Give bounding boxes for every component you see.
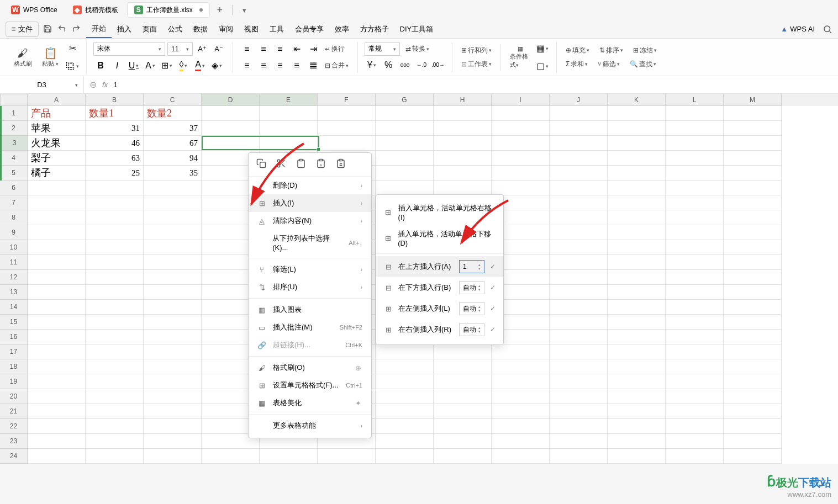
cell-B20[interactable] bbox=[86, 389, 144, 404]
cell-K6[interactable] bbox=[608, 181, 666, 195]
cell-B22[interactable] bbox=[86, 419, 144, 434]
menu-tools[interactable]: 工具 bbox=[264, 21, 289, 38]
row-header-22[interactable]: 22 bbox=[0, 419, 28, 434]
sub-insert-row-above[interactable]: ⊟ 在上方插入行(A) 1▴▾ ✓ bbox=[376, 256, 503, 277]
cell-M10[interactable] bbox=[724, 240, 782, 255]
col-header-F[interactable]: F bbox=[318, 94, 376, 106]
row-header-21[interactable]: 21 bbox=[0, 404, 28, 419]
row-header-1[interactable]: 1 bbox=[0, 106, 28, 121]
cell-C2[interactable]: 37 bbox=[144, 121, 202, 136]
row-header-23[interactable]: 23 bbox=[0, 434, 28, 449]
merge-button[interactable]: ⊟合并▾ bbox=[323, 60, 351, 71]
cell-L7[interactable] bbox=[666, 195, 724, 210]
decrease-font-icon[interactable]: A⁻ bbox=[212, 42, 226, 56]
cell-C6[interactable] bbox=[144, 181, 202, 195]
cell-I22[interactable] bbox=[492, 419, 550, 434]
redo-icon[interactable] bbox=[72, 24, 82, 34]
col-header-K[interactable]: K bbox=[608, 94, 666, 106]
cell-M17[interactable] bbox=[724, 344, 782, 359]
italic-icon[interactable]: I bbox=[110, 59, 124, 73]
cell-I6[interactable] bbox=[492, 181, 550, 195]
cell-C10[interactable] bbox=[144, 240, 202, 255]
row-header-16[interactable]: 16 bbox=[0, 330, 28, 344]
cell-C21[interactable] bbox=[144, 404, 202, 419]
cell-J6[interactable] bbox=[550, 181, 608, 195]
strikethrough-icon[interactable]: A▾ bbox=[143, 59, 157, 73]
cell-H4[interactable] bbox=[434, 151, 492, 166]
ctx-format-painter[interactable]: 🖌格式刷(O) ⊕ bbox=[249, 359, 371, 376]
cell-K10[interactable] bbox=[608, 240, 666, 255]
cell-I21[interactable] bbox=[492, 404, 550, 419]
number-format-select[interactable]: 常规▾ bbox=[365, 43, 400, 56]
cell-A11[interactable] bbox=[28, 255, 86, 270]
cell-K15[interactable] bbox=[608, 315, 666, 330]
cell-B13[interactable] bbox=[86, 285, 144, 300]
bold-icon[interactable]: B bbox=[93, 59, 108, 73]
cell-J19[interactable] bbox=[550, 374, 608, 389]
check-icon[interactable]: ✓ bbox=[490, 305, 496, 312]
cell-E1[interactable] bbox=[260, 106, 318, 121]
ctx-dropdown-select[interactable]: 从下拉列表中选择(K)... Alt+↓ bbox=[249, 230, 371, 256]
cell-H24[interactable] bbox=[434, 449, 492, 464]
row-header-19[interactable]: 19 bbox=[0, 374, 28, 389]
cond-format-button[interactable]: ▦ 条件格式▾ bbox=[508, 42, 533, 73]
cell-B6[interactable] bbox=[86, 181, 144, 195]
freeze-button[interactable]: ⊞冻结▾ bbox=[631, 45, 659, 56]
cell-M15[interactable] bbox=[724, 315, 782, 330]
cell-style-icon[interactable]: ▢▾ bbox=[535, 59, 550, 73]
cell-G4[interactable] bbox=[376, 151, 434, 166]
cell-M16[interactable] bbox=[724, 330, 782, 344]
cell-L6[interactable] bbox=[666, 181, 724, 195]
copy-icon[interactable]: ⿻▾ bbox=[65, 59, 80, 73]
col-header-B[interactable]: B bbox=[86, 94, 144, 106]
cell-C12[interactable] bbox=[144, 270, 202, 285]
cell-M7[interactable] bbox=[724, 195, 782, 210]
cell-I20[interactable] bbox=[492, 389, 550, 404]
cell-A23[interactable] bbox=[28, 434, 86, 449]
menu-diy[interactable]: DIY工具箱 bbox=[394, 21, 439, 38]
ctx-more[interactable]: 更多表格功能 › bbox=[249, 417, 371, 434]
tab-list-button[interactable]: ▾ bbox=[237, 2, 252, 18]
cell-C18[interactable] bbox=[144, 359, 202, 374]
cell-K1[interactable] bbox=[608, 106, 666, 121]
cell-I2[interactable] bbox=[492, 121, 550, 136]
cell-I23[interactable] bbox=[492, 434, 550, 449]
fill-button[interactable]: ⊕填充▾ bbox=[563, 45, 592, 56]
menu-home[interactable]: 开始 bbox=[86, 20, 112, 38]
format-painter-button[interactable]: 🖌 格式刷 bbox=[10, 42, 35, 73]
clear-format-icon[interactable]: ◈▾ bbox=[209, 59, 224, 73]
wps-ai-button[interactable]: ▲ WPS AI bbox=[781, 25, 815, 33]
cell-A12[interactable] bbox=[28, 270, 86, 285]
justify-icon[interactable]: ≡ bbox=[289, 59, 304, 73]
cell-B21[interactable] bbox=[86, 404, 144, 419]
font-color-icon[interactable]: A▾ bbox=[193, 59, 207, 73]
paste-values-icon[interactable] bbox=[336, 158, 348, 171]
cancel-icon[interactable]: ⊖ bbox=[89, 79, 97, 90]
cell-J7[interactable] bbox=[550, 195, 608, 210]
indent-left-icon[interactable]: ⇤ bbox=[289, 42, 304, 56]
cell-A20[interactable] bbox=[28, 389, 86, 404]
cell-J24[interactable] bbox=[550, 449, 608, 464]
row-header-18[interactable]: 18 bbox=[0, 359, 28, 374]
rows-cols-button[interactable]: ⊞行和列▾ bbox=[459, 45, 494, 56]
cell-C23[interactable] bbox=[144, 434, 202, 449]
tab-wps-office[interactable]: W WPS Office bbox=[4, 2, 64, 18]
cell-M24[interactable] bbox=[724, 449, 782, 464]
cell-H6[interactable] bbox=[434, 181, 492, 195]
cell-K3[interactable] bbox=[608, 136, 666, 151]
col-header-H[interactable]: H bbox=[434, 94, 492, 106]
cell-C13[interactable] bbox=[144, 285, 202, 300]
menu-review[interactable]: 审阅 bbox=[213, 21, 239, 38]
cell-A13[interactable] bbox=[28, 285, 86, 300]
sub-insert-row-below[interactable]: ⊟ 在下方插入行(B) 自动▴▾ ✓ bbox=[376, 277, 503, 298]
cell-M14[interactable] bbox=[724, 300, 782, 315]
cell-J12[interactable] bbox=[550, 270, 608, 285]
select-all-corner[interactable] bbox=[0, 94, 28, 106]
cell-K11[interactable] bbox=[608, 255, 666, 270]
cell-G3[interactable] bbox=[376, 136, 434, 151]
cell-C9[interactable] bbox=[144, 225, 202, 240]
cell-B23[interactable] bbox=[86, 434, 144, 449]
cell-J22[interactable] bbox=[550, 419, 608, 434]
cell-H18[interactable] bbox=[434, 359, 492, 374]
cell-M8[interactable] bbox=[724, 210, 782, 225]
